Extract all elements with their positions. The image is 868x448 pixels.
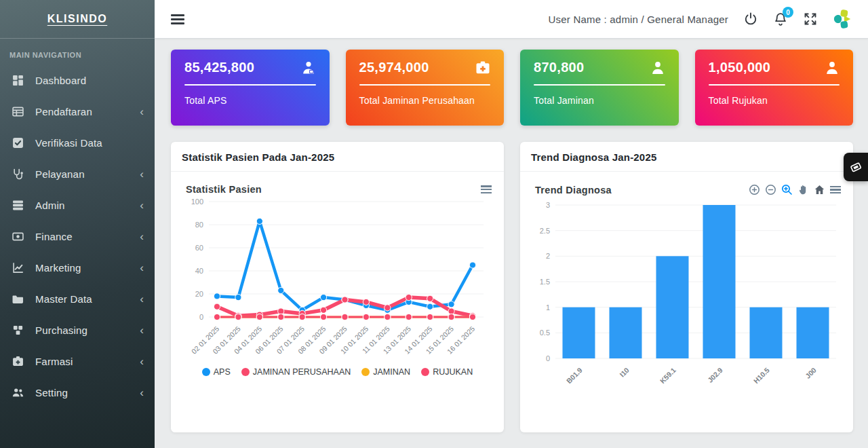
stat-card-total-rujukan[interactable]: 1,050,000Total Rujukan xyxy=(695,50,854,126)
chevron-left-icon: ‹ xyxy=(140,200,144,211)
power-icon[interactable] xyxy=(743,12,758,26)
clover-logo-icon[interactable] xyxy=(833,9,853,29)
svg-text:80: 80 xyxy=(195,221,203,229)
sidebar: KLISINDO MAIN NAVIGATION DashboardPendaf… xyxy=(0,0,155,448)
legend-dot xyxy=(241,368,250,376)
home-reset-icon[interactable] xyxy=(814,184,825,195)
svg-text:100: 100 xyxy=(191,198,203,206)
line-chart-legend: APSJAMINAN PERUSAHAANJAMINANRUJUKAN xyxy=(180,367,494,377)
legend-item-jaminan-perusahaan[interactable]: JAMINAN PERUSAHAAN xyxy=(241,367,351,377)
svg-text:J02.9: J02.9 xyxy=(706,366,724,384)
svg-text:1.5: 1.5 xyxy=(540,278,550,286)
svg-text:1: 1 xyxy=(546,303,550,312)
sidebar-item-farmasi[interactable]: Farmasi‹ xyxy=(0,346,155,377)
svg-text:0.5: 0.5 xyxy=(540,329,550,337)
sidebar-section-label: MAIN NAVIGATION xyxy=(0,39,155,59)
chevron-left-icon: ‹ xyxy=(140,106,144,117)
legend-label: JAMINAN xyxy=(373,367,410,377)
legend-dot xyxy=(421,368,429,376)
sidebar-item-marketing[interactable]: Marketing‹ xyxy=(0,252,155,283)
fullscreen-expand-icon[interactable] xyxy=(803,12,818,26)
sidebar-logo-area[interactable]: KLISINDO xyxy=(0,0,155,39)
dashboard-page: KLISINDO MAIN NAVIGATION DashboardPendaf… xyxy=(0,0,868,448)
stat-card-label: Total APS xyxy=(184,95,316,106)
line-chart-title: Statistik Pasien xyxy=(186,184,262,195)
notification-badge: 0 xyxy=(783,7,793,18)
stat-card-value: 870,800 xyxy=(534,60,584,75)
sidebar-item-label: Verifikasi Data xyxy=(35,137,144,149)
server-icon xyxy=(12,200,26,211)
stat-card-divider xyxy=(534,84,665,86)
svg-text:2: 2 xyxy=(546,252,550,260)
sidebar-item-setting[interactable]: Setting‹ xyxy=(0,377,155,408)
sidebar-item-pelayanan[interactable]: Pelayanan‹ xyxy=(0,158,155,189)
zoom-out-icon[interactable] xyxy=(765,184,776,195)
stat-card-total-jaminan-perusahaan[interactable]: 25,974,000Total Jaminan Perusahaan xyxy=(346,50,505,126)
trend-panel-header: Trend Diagnosa Jan-2025 xyxy=(520,142,853,172)
stat-card-total-jaminan[interactable]: 870,800Total Jaminan xyxy=(520,50,679,126)
svg-text:20: 20 xyxy=(195,290,203,298)
selection-zoom-icon[interactable] xyxy=(781,184,793,195)
chart-menu-icon[interactable] xyxy=(481,184,492,195)
sidebar-item-pendaftaran[interactable]: Pendaftaran‹ xyxy=(0,96,155,127)
sidebar-item-admin[interactable]: Admin‹ xyxy=(0,189,155,221)
chevron-left-icon: ‹ xyxy=(140,387,144,398)
sidebar-item-purchasing[interactable]: Purchasing‹ xyxy=(0,314,155,346)
ticket-icon xyxy=(848,160,863,174)
check-square-icon xyxy=(12,137,26,149)
trend-diagnosa-panel: Trend Diagnosa Jan-2025 Trend Diagnosa xyxy=(520,142,853,432)
boxes-icon xyxy=(12,324,26,336)
top-header: User Name : admin / General Manager 0 xyxy=(155,0,868,39)
sidebar-item-label: Pelayanan xyxy=(35,168,140,180)
user-icon xyxy=(650,60,665,75)
chevron-left-icon: ‹ xyxy=(140,356,144,367)
stat-card-total-aps[interactable]: 85,425,800Total APS xyxy=(171,50,330,126)
stethoscope-icon xyxy=(12,168,26,180)
zoom-in-icon[interactable] xyxy=(749,184,760,195)
chart-menu-icon[interactable] xyxy=(830,184,841,195)
sidebar-item-label: Purchasing xyxy=(35,324,140,336)
chart-line-icon xyxy=(12,262,26,274)
ticket-button[interactable] xyxy=(844,153,868,181)
sidebar-nav: DashboardPendaftaran‹Verifikasi DataPela… xyxy=(0,64,155,408)
bell-icon[interactable]: 0 xyxy=(773,12,788,26)
stat-card-divider xyxy=(709,84,840,86)
line-chart: 02040608010002 01 202503 01 202504 01 20… xyxy=(180,195,494,366)
sidebar-item-label: Finance xyxy=(35,231,140,242)
main-content: 85,425,800Total APS25,974,000Total Jamin… xyxy=(155,39,868,448)
svg-text:0: 0 xyxy=(546,354,550,362)
stat-card-divider xyxy=(359,84,491,86)
svg-text:2.5: 2.5 xyxy=(540,227,550,235)
money-bill-icon xyxy=(12,231,26,242)
bar-chart: 00.511.522.53B01.9I10K59.1J02.9H10.5J00 xyxy=(530,195,844,399)
statistik-pasien-panel: Statistik Pasien Pada Jan-2025 Statistik… xyxy=(171,142,504,432)
legend-item-aps[interactable]: APS xyxy=(202,367,231,377)
sidebar-item-dashboard[interactable]: Dashboard xyxy=(0,64,155,96)
legend-dot xyxy=(202,368,210,376)
sidebar-item-label: Farmasi xyxy=(35,356,140,367)
chevron-left-icon: ‹ xyxy=(140,262,144,274)
sidebar-item-finance[interactable]: Finance‹ xyxy=(0,221,155,252)
pan-hand-icon[interactable] xyxy=(797,184,809,195)
sidebar-item-master-data[interactable]: Master Data‹ xyxy=(0,283,155,314)
user-info-text: User Name : admin / General Manager xyxy=(549,14,728,25)
sidebar-item-label: Master Data xyxy=(35,293,140,305)
svg-text:40: 40 xyxy=(195,267,203,275)
sidebar-item-verifikasi-data[interactable]: Verifikasi Data xyxy=(0,127,155,158)
svg-text:3: 3 xyxy=(546,201,550,209)
chevron-left-icon: ‹ xyxy=(140,324,144,336)
app-logo-text[interactable]: KLISINDO xyxy=(47,13,107,25)
legend-dot xyxy=(361,368,370,376)
svg-text:J00: J00 xyxy=(804,366,818,380)
legend-item-jaminan[interactable]: JAMINAN xyxy=(361,367,410,377)
sidebar-item-label: Setting xyxy=(35,387,140,398)
legend-item-rujukan[interactable]: RUJUKAN xyxy=(421,367,473,377)
stat-card-value: 1,050,000 xyxy=(709,60,771,75)
medkit-icon xyxy=(12,356,26,367)
svg-text:I10: I10 xyxy=(618,366,631,379)
hamburger-menu-icon[interactable] xyxy=(171,12,184,26)
bar-chart-title: Trend Diagnosa xyxy=(535,185,612,195)
svg-text:0: 0 xyxy=(199,313,203,321)
medical-briefcase-icon xyxy=(475,60,490,75)
user-icon xyxy=(825,60,840,75)
